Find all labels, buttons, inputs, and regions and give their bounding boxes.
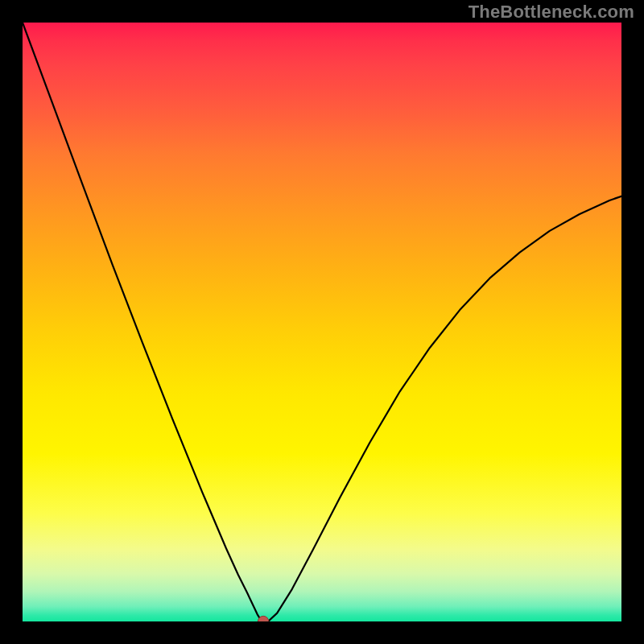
plot-frame	[23, 23, 621, 621]
bottleneck-curve	[23, 23, 621, 621]
plot-area	[23, 23, 621, 621]
curve-layer	[23, 23, 621, 621]
page-root: TheBottleneck.com	[0, 0, 644, 644]
watermark-text: TheBottleneck.com	[469, 2, 634, 23]
